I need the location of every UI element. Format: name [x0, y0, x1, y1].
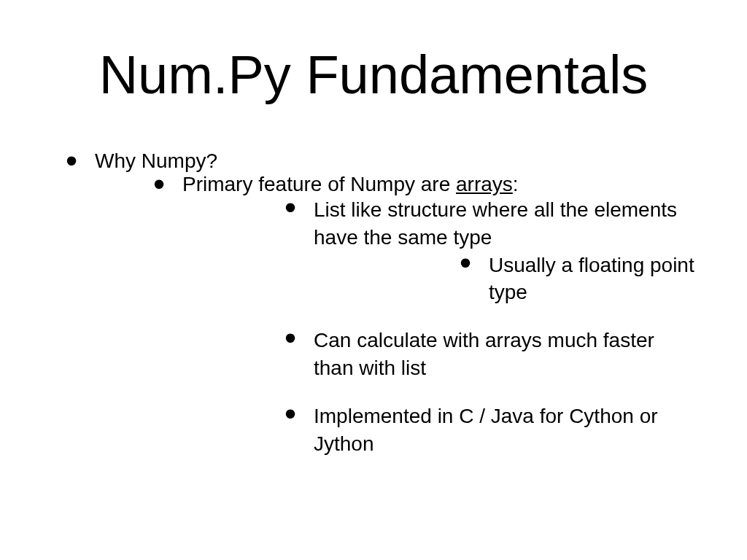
- slide-title: Num.Py Fundamentals: [51, 44, 696, 106]
- bullet-list: Why Numpy? Primary feature of Numpy are …: [51, 149, 696, 457]
- bullet-level1: Why Numpy? Primary feature of Numpy are …: [95, 149, 696, 457]
- bullet-text-underlined: arrays: [456, 173, 513, 195]
- bullet-text: Can calculate with arrays much faster th…: [314, 329, 654, 379]
- bullet-text: Usually a floating point type: [489, 254, 694, 304]
- bullet-text-prefix: Primary feature of Numpy are: [182, 173, 456, 195]
- bullet-text: Implemented in C / Java for Cython or Jy…: [314, 405, 658, 455]
- bullet-level3: Can calculate with arrays much faster th…: [314, 327, 696, 382]
- bullet-level3: Implemented in C / Java for Cython or Jy…: [314, 402, 696, 458]
- bullet-level3: List like structure where all the elemen…: [314, 196, 696, 306]
- bullet-level2: Primary feature of Numpy are arrays: Lis…: [182, 173, 696, 457]
- bullet-text: List like structure where all the elemen…: [314, 198, 677, 249]
- bullet-level4: Usually a floating point type: [489, 252, 696, 307]
- bullet-text-suffix: :: [513, 173, 519, 195]
- slide: Num.Py Fundamentals Why Numpy? Primary f…: [0, 0, 747, 560]
